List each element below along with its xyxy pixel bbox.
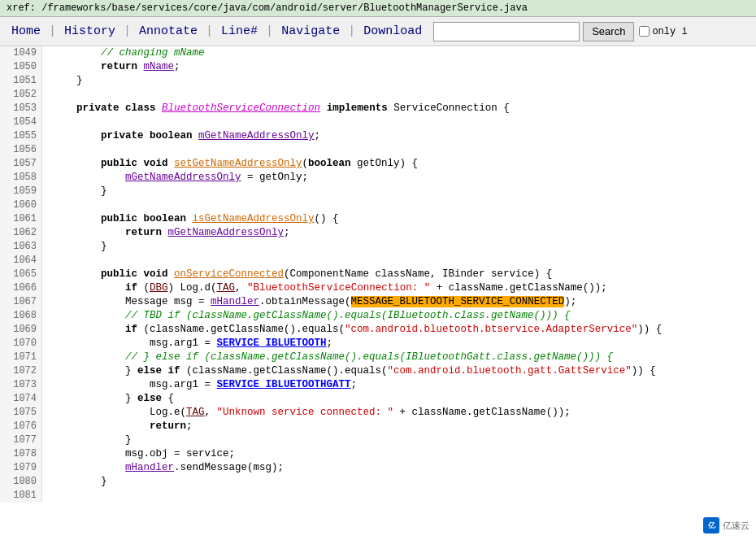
nav-history[interactable]: History [58,21,122,41]
table-row: 1075 Log.e(TAG, "Unknown service connect… [0,406,756,420]
table-row: 1052 [0,88,756,102]
table-row: 1061 public boolean isGetNameAddressOnly… [0,212,756,226]
table-row: 1076 return; [0,420,756,433]
line-content: mGetNameAddressOnly = getOnly; [42,171,308,185]
nav-home[interactable]: Home [5,21,47,41]
line-content: mHandler.sendMessage(msg); [42,461,284,475]
line-number: 1072 [0,364,42,378]
line-content: public void onServiceConnected(Component… [42,268,552,281]
line-number: 1055 [0,129,42,143]
table-row: 1062 return mGetNameAddressOnly; [0,226,756,240]
nav-navigate[interactable]: Navigate [275,21,346,41]
nav-lineno[interactable]: Line# [215,21,264,41]
nav-sep-3: | [204,24,215,38]
line-number: 1081 [0,489,42,503]
line-content: } else { [42,392,174,406]
line-content: } [42,240,107,254]
line-number: 1070 [0,337,42,351]
line-content: if (className.getClassName().equals("com… [42,323,662,337]
line-content: Log.e(TAG, "Unknown service connected: "… [42,406,571,420]
line-number: 1080 [0,475,42,489]
line-content: return mName; [42,60,180,74]
line-number: 1074 [0,392,42,406]
line-content: } [42,74,83,88]
line-number: 1057 [0,157,42,171]
line-number: 1079 [0,461,42,475]
table-row: 1079 mHandler.sendMessage(msg); [0,461,756,475]
table-row: 1054 [0,115,756,129]
line-number: 1059 [0,185,42,198]
only-in-label: only i [639,26,687,37]
table-row: 1070 msg.arg1 = SERVICE_IBLUETOOTH; [0,337,756,351]
line-number: 1054 [0,115,42,129]
line-number: 1077 [0,433,42,447]
line-content: msg.obj = service; [42,447,235,461]
nav-sep-5: | [346,24,357,38]
table-row: 1064 [0,254,756,268]
table-row: 1078 msg.obj = service; [0,447,756,461]
nav-download[interactable]: Download [357,21,428,41]
search-button[interactable]: Search [583,22,634,41]
table-row: 1067 Message msg = mHandler.obtainMessag… [0,295,756,309]
line-content: // TBD if (className.getClassName().equa… [42,309,571,323]
line-content: } [42,433,132,447]
line-number: 1066 [0,281,42,295]
line-content: return mGetNameAddressOnly; [42,226,290,240]
line-content: public void setGetNameAddressOnly(boolea… [42,157,418,171]
line-number: 1071 [0,351,42,364]
line-content: msg.arg1 = SERVICE_IBLUETOOTHGATT; [42,378,357,392]
line-content: // changing mName [42,46,205,60]
nav-sep-1: | [47,24,58,38]
nav-annotate[interactable]: Annotate [133,21,204,41]
table-row: 1060 [0,198,756,212]
line-number: 1052 [0,88,42,102]
table-row: 1051 } [0,74,756,88]
line-number: 1058 [0,171,42,185]
table-row: 1081 [0,489,756,503]
table-row: 1080 } [0,475,756,489]
table-row: 1069 if (className.getClassName().equals… [0,323,756,337]
watermark-text: 亿速云 [723,520,749,532]
line-content: // } else if (className.getClassName().e… [42,351,613,364]
line-number: 1053 [0,102,42,115]
table-row: 1059 } [0,185,756,198]
table-row: 1077 } [0,433,756,447]
line-content: return; [42,420,193,433]
line-number: 1063 [0,240,42,254]
table-row: 1066 if (DBG) Log.d(TAG, "BluetoothServi… [0,281,756,295]
nav-sep-2: | [122,24,133,38]
table-row: 1057 public void setGetNameAddressOnly(b… [0,157,756,171]
line-number: 1067 [0,295,42,309]
line-number: 1050 [0,60,42,74]
search-input[interactable] [433,22,580,41]
watermark: 亿 亿速云 [703,517,749,533]
only-in-checkbox[interactable] [639,26,650,37]
line-number: 1068 [0,309,42,323]
table-row: 1050 return mName; [0,60,756,74]
table-row: 1056 [0,143,756,157]
line-number: 1049 [0,46,42,60]
line-number: 1056 [0,143,42,157]
line-number: 1075 [0,406,42,420]
table-row: 1053 private class BluetoothServiceConne… [0,102,756,115]
line-content: Message msg = mHandler.obtainMessage(MES… [42,295,576,309]
line-content: } [42,475,107,489]
table-row: 1072 } else if (className.getClassName()… [0,364,756,378]
line-content: private boolean mGetNameAddressOnly; [42,129,320,143]
nav-bar: Home | History | Annotate | Line# | Navi… [0,17,756,46]
table-row: 1065 public void onServiceConnected(Comp… [0,268,756,281]
line-number: 1062 [0,226,42,240]
line-content: } else if (className.getClassName().equa… [42,364,656,378]
table-row: 1068 // TBD if (className.getClassName()… [0,309,756,323]
table-row: 1071 // } else if (className.getClassNam… [0,351,756,364]
line-content: } [42,185,107,198]
line-content: private class BluetoothServiceConnection… [42,102,510,115]
nav-sep-4: | [264,24,275,38]
title-text: xref: /frameworks/base/services/core/jav… [7,2,528,14]
title-bar: xref: /frameworks/base/services/core/jav… [0,0,756,17]
line-content: msg.arg1 = SERVICE_IBLUETOOTH; [42,337,332,351]
table-row: 1055 private boolean mGetNameAddressOnly… [0,129,756,143]
watermark-logo: 亿 [703,517,719,533]
line-number: 1061 [0,212,42,226]
table-row: 1074 } else { [0,392,756,406]
